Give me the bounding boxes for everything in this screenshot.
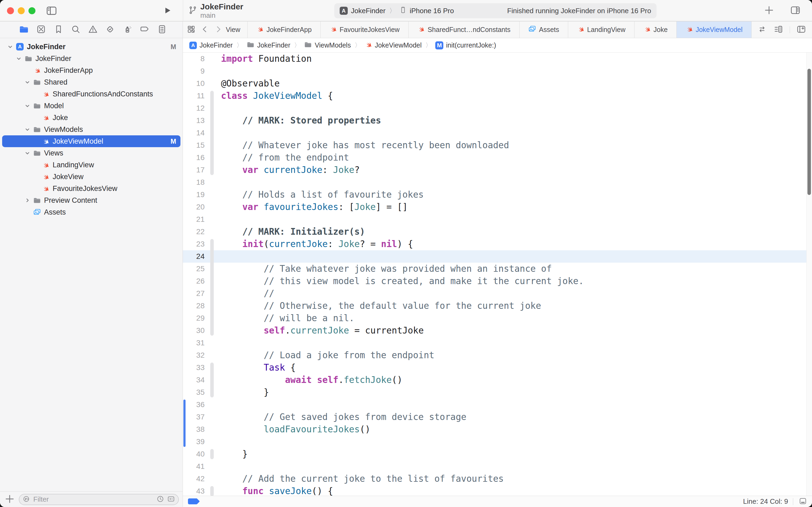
disclosure-down-icon[interactable] — [22, 150, 32, 157]
code-line-21[interactable]: 21 — [183, 213, 807, 226]
code-line-28[interactable]: 28 // Otherwise, the default value for t… — [183, 300, 807, 312]
scrollbar-thumb[interactable] — [807, 69, 811, 195]
zoom-window-button[interactable] — [28, 7, 36, 14]
jumpbar-item-jokefinder[interactable]: AJokeFinder — [189, 41, 233, 49]
tree-item-shared[interactable]: Shared — [2, 76, 180, 88]
code-line-10[interactable]: 10@Observable — [183, 77, 807, 90]
code-line-34[interactable]: 34 await self.fetchJoke() — [183, 374, 807, 386]
breakpoints-icon[interactable] — [139, 24, 150, 36]
close-window-button[interactable] — [7, 7, 14, 14]
code-line-23[interactable]: 23 init(currentJoke: Joke? = nil) { — [183, 238, 807, 250]
scrollbar-track[interactable] — [806, 53, 812, 496]
code-line-12[interactable]: 12 — [183, 102, 807, 114]
tree-item-sharedfunctionsandconstants[interactable]: SharedFunctionsAndConstants — [2, 88, 180, 100]
code-line-18[interactable]: 18 — [183, 176, 807, 188]
code-line-13[interactable]: 13 // MARK: Stored properties — [183, 114, 807, 127]
code-line-26[interactable]: 26 // this view model is created, and ma… — [183, 275, 807, 287]
disclosure-down-icon[interactable] — [22, 126, 32, 133]
minimize-window-button[interactable] — [18, 7, 25, 14]
tab-landingview[interactable]: LandingView — [568, 21, 635, 38]
recents-clock-icon[interactable] — [156, 495, 164, 504]
source-editor[interactable]: 8import Foundation910@Observable11class … — [183, 53, 812, 496]
bottom-bar-toggle-icon[interactable] — [798, 497, 808, 506]
tree-item-jokefinderapp[interactable]: JokeFinderApp — [2, 64, 180, 76]
issues-icon[interactable] — [88, 24, 98, 36]
code-line-36[interactable]: 36 — [183, 398, 807, 411]
tree-item-jokeview[interactable]: JokeView — [2, 171, 180, 183]
tree-item-preview-content[interactable]: Preview Content — [2, 194, 180, 206]
code-line-39[interactable]: 39 — [183, 436, 807, 448]
debug-icon[interactable] — [122, 24, 133, 36]
code-line-38[interactable]: 38 loadFavouriteJokes() — [183, 423, 807, 436]
jumpbar-item-init-currentjoke-[interactable]: Minit(currentJoke:) — [435, 41, 496, 49]
code-line-17[interactable]: 17 var currentJoke: Joke? — [183, 164, 807, 176]
disclosure-right-icon[interactable] — [22, 197, 32, 204]
tests-icon[interactable] — [105, 24, 115, 36]
disclosure-down-icon[interactable] — [22, 102, 32, 109]
run-button[interactable] — [163, 6, 172, 15]
sidebar-toggle-icon[interactable] — [45, 5, 58, 17]
code-line-15[interactable]: 15 // Whatever joke has most recently be… — [183, 139, 807, 152]
code-line-40[interactable]: 40 } — [183, 448, 807, 460]
adjust-editor-options-icon[interactable] — [773, 24, 784, 35]
jumpbar-item-jokefinder[interactable]: JokeFinder — [246, 41, 291, 50]
code-line-25[interactable]: 25 // Take whatever joke was provided wh… — [183, 263, 807, 275]
tree-item-assets[interactable]: Assets — [2, 206, 180, 218]
tab-sharedfunct-ndconstants[interactable]: SharedFunct…ndConstants — [409, 21, 520, 38]
disclosure-down-icon[interactable] — [14, 55, 23, 62]
code-line-9[interactable]: 9 — [183, 65, 807, 77]
tree-item-favouritejokesview[interactable]: FavouriteJokesView — [2, 183, 180, 194]
breakpoint-indicator-icon[interactable] — [188, 498, 200, 505]
new-tab-button[interactable] — [764, 5, 774, 17]
code-line-16[interactable]: 16 // from the endpoint — [183, 152, 807, 164]
disclosure-down-icon[interactable] — [5, 43, 15, 50]
tab-joke[interactable]: Joke — [635, 21, 677, 38]
tab-assets[interactable]: Assets — [520, 21, 568, 38]
tab-favouritejokesview[interactable]: FavouriteJokesView — [321, 21, 409, 38]
tree-item-landingview[interactable]: LandingView — [2, 159, 180, 171]
jumpbar-item-jokeviewmodel[interactable]: JokeViewModel — [365, 41, 422, 50]
code-line-42[interactable]: 42 // Add the current joke to the list o… — [183, 472, 807, 485]
tree-item-model[interactable]: Model — [2, 100, 180, 112]
code-line-37[interactable]: 37 // Get saved jokes from device storag… — [183, 411, 807, 423]
bookmarks-icon[interactable] — [53, 24, 64, 36]
go-forward-icon[interactable] — [214, 24, 223, 35]
jumpbar-item-viewmodels[interactable]: ViewModels — [304, 41, 351, 50]
code-review-icon[interactable] — [757, 25, 767, 35]
code-line-24[interactable]: 24 — [183, 250, 807, 263]
code-line-22[interactable]: 22 // MARK: Initializer(s) — [183, 226, 807, 238]
code-line-27[interactable]: 27 // — [183, 287, 807, 300]
scheme-selector[interactable]: A JokeFinder 〉 iPhone 16 Pro — [340, 6, 454, 16]
project-branch-box[interactable]: JokeFinder main — [188, 2, 243, 19]
disclosure-down-icon[interactable] — [22, 79, 32, 86]
code-line-29[interactable]: 29 // will be a nil. — [183, 312, 807, 324]
add-item-button[interactable] — [4, 494, 15, 505]
code-line-14[interactable]: 14 — [183, 127, 807, 139]
code-line-19[interactable]: 19 // Holds a list of favourite jokes — [183, 188, 807, 201]
reports-icon[interactable] — [157, 24, 167, 36]
tree-item-viewmodels[interactable]: ViewModels — [2, 123, 180, 135]
code-line-30[interactable]: 30 self.currentJoke = currentJoke — [183, 324, 807, 337]
scheme-name[interactable]: JokeFinder — [351, 7, 386, 15]
code-line-41[interactable]: 41 — [183, 460, 807, 472]
find-icon[interactable] — [71, 24, 81, 36]
tab-jokefinderapp[interactable]: JokeFinderApp — [247, 21, 321, 38]
inspector-toggle-icon[interactable] — [790, 5, 801, 17]
tree-item-jokefinder[interactable]: AJokeFinderM — [2, 41, 180, 53]
tree-item-jokeviewmodel[interactable]: JokeViewModelM — [2, 135, 180, 147]
related-items-grid-icon[interactable] — [187, 25, 196, 35]
code-line-33[interactable]: 33 Task { — [183, 361, 807, 374]
flagged-filter-icon[interactable] — [167, 495, 175, 504]
run-destination[interactable]: iPhone 16 Pro — [410, 7, 454, 15]
tree-item-views[interactable]: Views — [2, 147, 180, 159]
filter-field[interactable]: Filter — [19, 494, 179, 505]
code-line-8[interactable]: 8import Foundation — [183, 53, 807, 65]
code-line-31[interactable]: 31 — [183, 337, 807, 349]
code-line-20[interactable]: 20 var favouriteJokes: [Joke] = [] — [183, 201, 807, 213]
code-line-35[interactable]: 35 } — [183, 386, 807, 398]
project-navigator-icon[interactable] — [19, 24, 29, 36]
code-line-32[interactable]: 32 // Load a joke from the endpoint — [183, 349, 807, 361]
tree-item-joke[interactable]: Joke — [2, 112, 180, 123]
code-line-43[interactable]: 43 func saveJoke() { — [183, 485, 807, 496]
go-back-icon[interactable] — [200, 24, 209, 35]
